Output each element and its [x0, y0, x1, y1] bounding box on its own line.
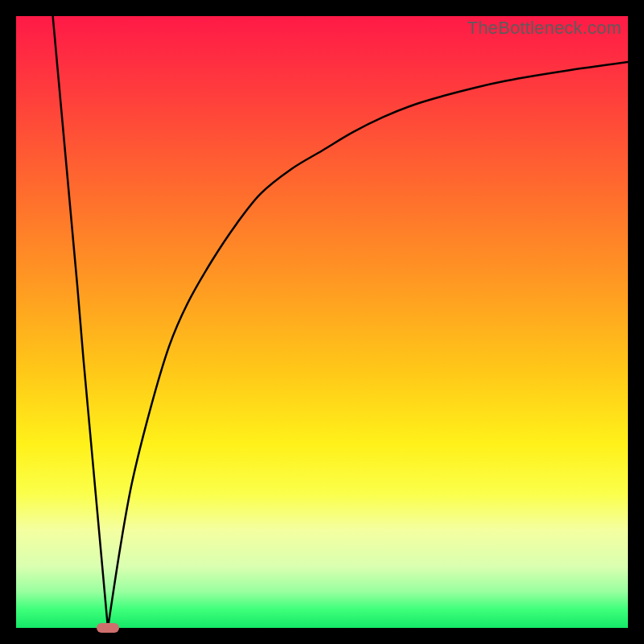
chart-frame: TheBottleneck.com — [16, 16, 628, 628]
optimal-point-marker — [97, 623, 119, 633]
bottleneck-curve — [16, 16, 628, 628]
